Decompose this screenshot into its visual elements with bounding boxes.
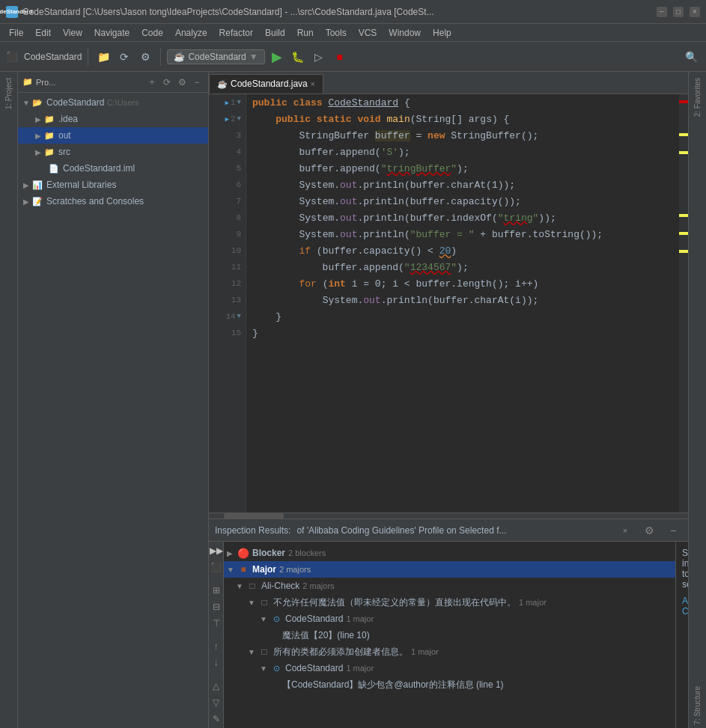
- menu-file[interactable]: File: [3, 26, 29, 40]
- gutter-line-2: ▶ 2 ▼: [209, 111, 246, 127]
- line-num-9: 9: [236, 230, 241, 239]
- fold-2[interactable]: ▼: [237, 115, 241, 123]
- inspection-item-file2[interactable]: ▼ ⊙ CodeStandard 1 major: [224, 660, 675, 676]
- menu-view[interactable]: View: [57, 26, 88, 40]
- major-icon: ■: [237, 563, 249, 575]
- sync-button[interactable]: ⟳: [115, 48, 133, 66]
- inspection-action-strip: ▶▶ ⬛ ⊞ ⊟ ⊤ ↑ ↓ △ ▽ ✎: [209, 542, 224, 728]
- close-button[interactable]: ×: [690, 7, 700, 17]
- inspection-item-blocker[interactable]: ▶ 🔴 Blocker 2 blockers: [224, 545, 675, 561]
- inspection-minimize-button[interactable]: −: [664, 521, 682, 539]
- inspection-item-issue1[interactable]: 魔法值【20】(line 10): [224, 627, 675, 643]
- menu-build[interactable]: Build: [259, 26, 291, 40]
- maximize-button[interactable]: □: [673, 7, 684, 17]
- inspection-item-issue2[interactable]: 【CodeStandard】缺少包含@author的注释信息 (line 1): [224, 676, 675, 693]
- menu-help[interactable]: Help: [427, 26, 457, 40]
- tree-item-external-libs[interactable]: ▶ 📊 External Libraries: [18, 177, 208, 193]
- menu-analyze[interactable]: Analyze: [169, 26, 213, 40]
- inspection-detail-panel: Select inspection to se... Ali-Check: [675, 542, 688, 728]
- panel-settings-button[interactable]: ⚙: [175, 76, 189, 89]
- settings-button[interactable]: ⚙: [136, 48, 154, 66]
- code-line-15: }: [252, 325, 673, 341]
- menu-vcs[interactable]: VCS: [353, 26, 383, 40]
- count-ali-check: 2 majors: [302, 581, 334, 590]
- line-num-11: 11: [231, 263, 241, 272]
- panel-add-button[interactable]: +: [145, 76, 159, 89]
- inspection-close-button[interactable]: ×: [616, 521, 634, 539]
- tree-item-src[interactable]: ▶ 📁 src: [18, 144, 208, 160]
- search-button[interactable]: 🔍: [682, 48, 700, 66]
- tree-item-root[interactable]: ▼ 📂 CodeStandard C:\Users: [18, 94, 208, 111]
- editor-tab-codestandard[interactable]: ☕ CodeStandard.java ×: [209, 74, 323, 94]
- tree-item-scratches[interactable]: ▶ 📝 Scratches and Consoles: [18, 193, 208, 209]
- expand-all-button[interactable]: ⊞: [210, 584, 223, 596]
- code-line-12: for (int i = 0; i < buffer.length(); i++…: [252, 275, 673, 292]
- inspection-item-ali-check[interactable]: ▼ □ Ali-Check 2 majors: [224, 578, 675, 594]
- code-editor[interactable]: ▶ 1 ▼ ▶ 2 ▼ 3 4 5 6 7 8 9 10 11 12: [209, 94, 688, 513]
- inspection-item-file1[interactable]: ▼ ⊙ CodeStandard 1 major: [224, 611, 675, 627]
- project-panel-title: Pro...: [36, 78, 142, 87]
- menu-tools[interactable]: Tools: [320, 26, 353, 40]
- tree-item-iml[interactable]: 📄 CodeStandard.iml: [18, 160, 208, 177]
- run-indicator-1: ▶: [225, 99, 229, 107]
- navigate-down-button[interactable]: ▽: [210, 697, 223, 709]
- rerun-button[interactable]: ▶▶: [210, 545, 223, 557]
- panel-collapse-button[interactable]: −: [190, 76, 204, 89]
- inspection-gear-button[interactable]: ⚙: [640, 521, 658, 539]
- favorites-strip-label[interactable]: 2: Favorites: [692, 75, 703, 120]
- filter-button[interactable]: ⊤: [210, 617, 223, 629]
- menu-navigate[interactable]: Navigate: [88, 26, 136, 40]
- tree-item-out[interactable]: ▶ 📁 out: [18, 127, 208, 144]
- stop-inspection-button[interactable]: ⬛: [210, 561, 223, 573]
- line-num-7: 7: [236, 197, 241, 206]
- project-tree: ▼ 📂 CodeStandard C:\Users ▶ 📁 .idea ▶ 📁 …: [18, 93, 208, 728]
- structure-strip-label[interactable]: 7: Structure: [692, 683, 703, 728]
- menu-edit[interactable]: Edit: [29, 26, 57, 40]
- line-num-14: 14: [225, 312, 235, 321]
- collapse-all-button[interactable]: ⊟: [210, 601, 223, 613]
- minimize-button[interactable]: −: [657, 7, 667, 17]
- edit-settings-button[interactable]: ✎: [210, 713, 223, 725]
- inspection-item-rule1[interactable]: ▼ □ 不允许任何魔法值（即未经定义的常量）直接出现在代码中。 1 major: [224, 594, 675, 611]
- count-blocker: 2 blockers: [288, 548, 326, 557]
- tree-arrow-ext-libs: ▶: [21, 180, 31, 190]
- run-button[interactable]: ▶: [268, 48, 286, 66]
- tab-close-button[interactable]: ×: [311, 80, 315, 88]
- menu-run[interactable]: Run: [291, 26, 320, 40]
- coverage-button[interactable]: ▷: [310, 48, 328, 66]
- fold-1[interactable]: ▼: [237, 99, 241, 106]
- export-button[interactable]: ↑: [210, 640, 223, 652]
- file2-icon: ⊙: [270, 662, 282, 674]
- code-content[interactable]: public class CodeStandard { public stati…: [246, 94, 679, 513]
- panel-sync-button[interactable]: ⟳: [160, 76, 174, 89]
- run-configuration[interactable]: ☕ CodeStandard ▼: [167, 49, 264, 64]
- menu-code[interactable]: Code: [136, 26, 169, 40]
- debug-button[interactable]: 🐛: [289, 48, 307, 66]
- inspection-item-major[interactable]: ▼ ■ Major 2 majors: [224, 561, 675, 578]
- arrow-file1: ▼: [260, 615, 270, 623]
- menu-refactor[interactable]: Refactor: [213, 26, 259, 40]
- stop-button[interactable]: ■: [331, 48, 349, 66]
- gutter-line-8: 8: [209, 209, 246, 226]
- project-panel-strip-label[interactable]: 1: Project: [3, 75, 14, 112]
- horizontal-scrollbar[interactable]: [209, 513, 688, 519]
- inspection-panel-header: Inspection Results: of 'Alibaba Coding G…: [209, 519, 688, 542]
- fold-14[interactable]: ▼: [237, 313, 241, 320]
- tab-java-icon: ☕: [217, 79, 228, 89]
- line-num-1: 1: [231, 98, 236, 107]
- navigate-up-button[interactable]: △: [210, 680, 223, 692]
- menu-window[interactable]: Window: [383, 26, 427, 40]
- gutter-line-15: 15: [209, 325, 246, 341]
- file-icon-iml: 📄: [48, 162, 60, 174]
- line-number-gutter: ▶ 1 ▼ ▶ 2 ▼ 3 4 5 6 7 8 9 10 11 12: [209, 94, 246, 513]
- project-structure-button[interactable]: 📁: [94, 48, 112, 66]
- tree-label-out: out: [58, 130, 71, 141]
- count-major: 2 majors: [279, 565, 311, 574]
- tree-item-idea[interactable]: ▶ 📁 .idea: [18, 111, 208, 127]
- arrow-major: ▼: [227, 566, 237, 574]
- toolbar-logo: ⬛: [6, 51, 18, 62]
- import-button[interactable]: ↓: [210, 657, 223, 669]
- code-line-13: System.out.println(buffer.charAt(i));: [252, 292, 673, 308]
- label-issue1: 魔法值【20】(line 10): [282, 629, 370, 642]
- inspection-item-rule2[interactable]: ▼ □ 所有的类都必须添加创建者信息。 1 major: [224, 643, 675, 660]
